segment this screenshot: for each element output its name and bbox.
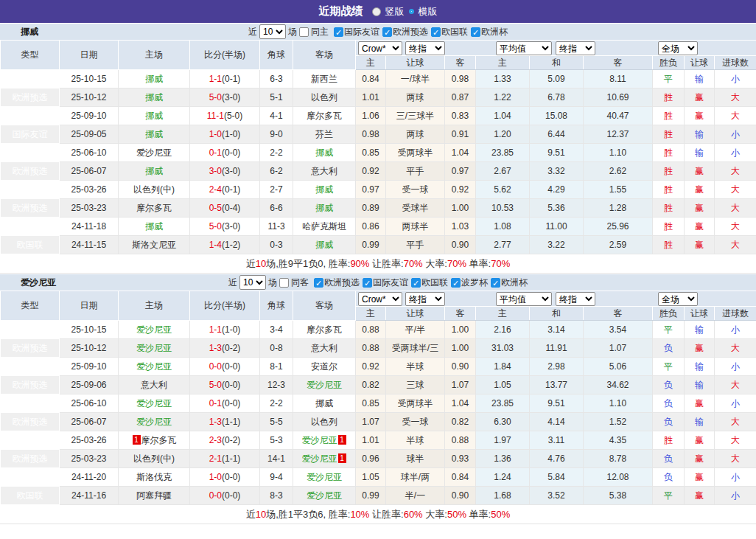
match-date: 25-09-06 — [60, 376, 119, 394]
same-venue-label: 同主 — [311, 26, 329, 38]
avg-home: 2.16 — [476, 321, 530, 339]
match-type-badge: 国际友谊 — [1, 70, 60, 88]
league-checkbox[interactable]: ✓ — [363, 278, 372, 288]
avg-home: 31.03 — [476, 339, 530, 358]
odds-away: 1.07 — [445, 376, 476, 394]
result-winloss: 负 — [653, 468, 685, 487]
score: 1-4(1-2) — [190, 236, 260, 254]
col-header-date: 日期 — [60, 291, 119, 321]
col-header-type: 类型 — [1, 291, 60, 321]
away-team-name: 爱沙尼亚 — [307, 380, 342, 390]
horizontal-radio[interactable] — [409, 9, 414, 14]
match-date: 25-10-12 — [60, 88, 119, 107]
league-checkbox[interactable]: ✓ — [451, 278, 461, 288]
away-team-name: 挪威 — [315, 147, 333, 158]
fulltime-score: 0-1 — [209, 398, 222, 408]
home-team: 挪威 — [119, 162, 190, 181]
avg-draw: 11.91 — [530, 339, 584, 358]
odds-source-select[interactable]: Crow* — [358, 292, 402, 306]
match-type-badge: 欧洲预选 — [1, 321, 60, 339]
league-label: 波罗杯 — [461, 277, 488, 289]
league-checkbox[interactable]: ✓ — [431, 27, 441, 37]
score: 5-0(3-0) — [190, 88, 260, 107]
same-venue-checkbox[interactable] — [279, 278, 289, 288]
league-label: 欧洲预选 — [324, 277, 360, 289]
halftime-score: (0-2) — [222, 435, 240, 445]
full-match-select[interactable]: 全场 — [658, 41, 698, 55]
summary-segment: 60% — [404, 509, 423, 520]
result-handicap: 输 — [685, 70, 715, 88]
same-venue-checkbox[interactable] — [299, 27, 309, 37]
avg-draw: 4.14 — [530, 413, 584, 431]
league-label: 欧洲杯 — [501, 277, 528, 289]
result-goals: 小 — [715, 125, 756, 144]
match-count-select[interactable]: 10 — [259, 24, 286, 39]
league-checkbox[interactable]: ✓ — [411, 278, 421, 288]
summary-segment: 大率: — [423, 509, 447, 520]
vertical-radio[interactable] — [372, 7, 381, 16]
league-filters: ✓欧洲预选✓国际友谊✓欧国联✓波罗杯✓欧洲杯 — [311, 277, 528, 289]
final-odds-select-2[interactable]: 终指 — [556, 41, 595, 55]
away-team: 意大利 — [293, 339, 356, 358]
match-date: 25-03-26 — [60, 431, 119, 450]
avg-away: 4.35 — [584, 431, 653, 450]
full-match-select[interactable]: 全场 — [658, 292, 698, 306]
league-checkbox[interactable]: ✓ — [334, 27, 343, 37]
average-select[interactable]: 平均值 — [496, 41, 552, 55]
league-checkbox[interactable]: ✓ — [314, 278, 323, 288]
odds-source-select[interactable]: Crow* — [358, 41, 402, 55]
score: 0-1(0-0) — [190, 394, 260, 413]
match-date: 25-06-07 — [60, 413, 119, 431]
avg-away: 1.07 — [584, 339, 653, 358]
home-team: 意大利 — [119, 376, 190, 394]
fulltime-score: 1-0 — [209, 472, 222, 482]
result-winloss: 负 — [653, 394, 685, 413]
section-title: 挪威 — [21, 26, 38, 38]
summary-segment: 单率: — [466, 258, 491, 269]
halftime-score: (0-0) — [222, 398, 240, 408]
match-type-badge: 欧洲预选 — [1, 144, 60, 162]
league-checkbox[interactable]: ✓ — [382, 27, 392, 37]
avg-away: 1.28 — [584, 199, 653, 218]
summary-segment: 10 — [256, 258, 266, 269]
score: 0-0(0-0) — [190, 487, 260, 505]
result-goals: 小 — [715, 394, 756, 413]
score: 0-0(0-0) — [190, 358, 260, 376]
result-winloss: 胜 — [653, 236, 685, 254]
result-handicap: 输 — [685, 321, 715, 339]
away-team: 安道尔 — [293, 358, 356, 376]
halftime-score: (0-0) — [222, 490, 240, 501]
match-count-select[interactable]: 10 — [239, 275, 266, 290]
avg-draw: 11.00 — [530, 218, 584, 236]
odds-away: 0.82 — [445, 413, 476, 431]
average-select[interactable]: 平均值 — [496, 292, 552, 306]
league-checkbox[interactable]: ✓ — [491, 278, 500, 288]
fulltime-score: 1-1 — [209, 74, 222, 84]
result-goals: 大 — [715, 236, 756, 254]
away-team-name: 爱沙尼亚 — [302, 453, 337, 464]
final-odds-select-2[interactable]: 终指 — [556, 292, 595, 306]
home-team-name: 斯洛文尼亚 — [132, 240, 176, 250]
fulltime-score: 0-5 — [209, 203, 222, 213]
avg-draw: 15.08 — [530, 107, 584, 125]
summary-segment: 让胜率: — [369, 258, 403, 269]
league-label: 欧国联 — [421, 277, 448, 289]
final-odds-select[interactable]: 终指 — [405, 41, 445, 55]
odds-handicap: 受一球 — [386, 413, 445, 431]
fulltime-score: 0-0 — [209, 361, 222, 372]
match-date: 25-03-23 — [60, 450, 119, 468]
match-date: 25-10-15 — [60, 321, 119, 339]
corners: 8-1 — [260, 358, 293, 376]
final-odds-select[interactable]: 终指 — [405, 292, 445, 306]
odds-home: 0.86 — [356, 218, 386, 236]
team-section: 挪威 近 10 场 同主 ✓国际友谊✓欧洲预选✓欧国联✓欧洲杯 类型 — [0, 23, 756, 274]
away-team: 摩尔多瓦 — [293, 107, 356, 125]
corners: 11-3 — [260, 218, 293, 236]
home-team-name: 意大利 — [141, 380, 167, 390]
league-checkbox[interactable]: ✓ — [471, 27, 480, 37]
away-team: 意大利 — [293, 162, 356, 181]
result-goals: 大 — [715, 431, 756, 450]
col-header-away: 客场 — [293, 291, 356, 321]
home-team: 爱沙尼亚 — [119, 394, 190, 413]
home-team: 爱沙尼亚 — [119, 339, 190, 358]
